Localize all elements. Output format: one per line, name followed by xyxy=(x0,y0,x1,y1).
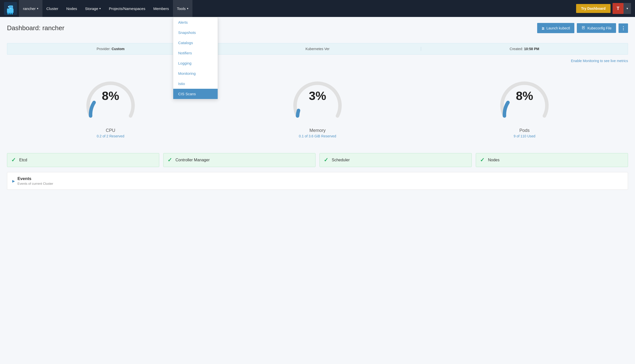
nav-projects[interactable]: Projects/Namespaces xyxy=(105,0,149,17)
memory-label: Memory xyxy=(309,128,325,133)
launch-kubectl-icon: ≥ xyxy=(542,26,544,31)
user-avatar[interactable]: T xyxy=(612,3,623,14)
pods-gauge: 8% Pods 9 of 110 Used xyxy=(421,71,628,138)
launch-kubectl-label: Launch kubectl xyxy=(546,26,570,30)
svg-rect-7 xyxy=(10,8,11,9)
memory-gauge-visual: 3% xyxy=(290,71,345,126)
enable-monitoring-link[interactable]: Enable Monitoring to see live metrics xyxy=(571,59,628,63)
etcd-label: Etcd xyxy=(19,158,27,162)
pods-gauge-visual: 8% xyxy=(497,71,552,126)
nav-tools-chevron: ▾ xyxy=(187,7,188,10)
events-title: Events xyxy=(18,176,53,181)
status-controller-manager: ✓ Controller Manager xyxy=(163,153,316,167)
svg-rect-1 xyxy=(7,8,14,13)
events-text: Events Events of current Cluster xyxy=(18,176,53,186)
dropdown-monitoring[interactable]: Monitoring xyxy=(173,68,218,78)
nav-tools[interactable]: Tools ▾ xyxy=(173,0,192,17)
nodes-check-icon: ✓ xyxy=(480,157,485,163)
nav-rancher-chevron: ▾ xyxy=(37,7,39,10)
kubeconfig-icon xyxy=(581,26,585,30)
status-etcd: ✓ Etcd xyxy=(7,153,159,167)
events-section: ▶ Events Events of current Cluster xyxy=(7,172,628,190)
pods-percent: 8% xyxy=(516,90,533,102)
page-title: Dashboard: rancher xyxy=(7,24,64,32)
svg-rect-9 xyxy=(10,12,11,14)
nodes-label: Nodes xyxy=(488,158,499,162)
scheduler-check-icon: ✓ xyxy=(324,157,328,163)
cpu-label: CPU xyxy=(106,128,115,133)
k8s-label: Kubernetes Ver xyxy=(306,47,330,51)
dropdown-notifiers[interactable]: Notifiers xyxy=(173,48,218,58)
nav-members[interactable]: Members xyxy=(149,0,173,17)
status-scheduler: ✓ Scheduler xyxy=(319,153,472,167)
svg-point-6 xyxy=(12,6,13,8)
provider-value: Custom xyxy=(112,47,125,51)
kubeconfig-label: Kubeconfig File xyxy=(587,26,611,30)
created-label: Created: xyxy=(510,47,524,51)
pods-sublabel: 9 of 110 Used xyxy=(514,134,535,138)
pods-center-text: 8% xyxy=(516,90,533,102)
try-dashboard-button[interactable]: Try Dashboard xyxy=(576,4,610,13)
scheduler-label: Scheduler xyxy=(332,158,350,162)
nav-cluster[interactable]: Cluster xyxy=(43,0,62,17)
memory-sublabel: 0.1 of 3.6 GiB Reserved xyxy=(299,134,336,138)
pods-label: Pods xyxy=(519,128,530,133)
svg-rect-3 xyxy=(8,6,10,8)
events-expand-icon: ▶ xyxy=(12,179,15,183)
nav-storage-chevron: ▾ xyxy=(99,7,101,10)
svg-point-5 xyxy=(10,6,11,8)
cpu-center-text: 8% xyxy=(102,90,119,102)
more-options-button[interactable]: ⋮ xyxy=(618,24,628,33)
nav-items: rancher ▾ Cluster Nodes Storage ▾ Projec… xyxy=(19,0,576,17)
page-content: Dashboard: rancher ≥ Launch kubectl Kube… xyxy=(0,17,635,196)
status-nodes: ✓ Nodes xyxy=(476,153,628,167)
status-row: ✓ Etcd ✓ Controller Manager ✓ Scheduler … xyxy=(7,153,628,167)
toolbar: ≥ Launch kubectl Kubeconfig File ⋮ xyxy=(537,23,628,33)
logo[interactable] xyxy=(4,2,17,15)
cluster-k8s-version: Kubernetes Ver xyxy=(214,47,421,51)
nav-cluster-label: Cluster xyxy=(46,6,58,11)
memory-center-text: 3% xyxy=(309,90,326,102)
nav-storage[interactable]: Storage ▾ xyxy=(81,0,105,17)
controller-check-icon: ✓ xyxy=(167,157,172,163)
dropdown-logging[interactable]: Logging xyxy=(173,58,218,68)
navbar: rancher ▾ Cluster Nodes Storage ▾ Projec… xyxy=(0,0,635,17)
etcd-check-icon: ✓ xyxy=(11,157,16,163)
events-subtitle: Events of current Cluster xyxy=(18,182,53,186)
nav-nodes[interactable]: Nodes xyxy=(62,0,81,17)
kubeconfig-button[interactable]: Kubeconfig File xyxy=(577,23,616,33)
cpu-percent: 8% xyxy=(102,90,119,102)
nav-storage-label: Storage xyxy=(85,6,98,11)
dropdown-catalogs[interactable]: Catalogs xyxy=(173,38,218,48)
nav-tools-container: Tools ▾ Alerts Snapshots Catalogs Notifi… xyxy=(173,0,192,17)
cpu-sublabel: 0.2 of 2 Reserved xyxy=(97,134,124,138)
nav-right: Try Dashboard T ▾ xyxy=(576,3,631,14)
controller-label: Controller Manager xyxy=(175,158,210,162)
events-header[interactable]: ▶ Events Events of current Cluster xyxy=(12,176,623,186)
memory-percent: 3% xyxy=(309,90,326,102)
nav-rancher[interactable]: rancher ▾ xyxy=(19,0,43,17)
dropdown-snapshots[interactable]: Snapshots xyxy=(173,28,218,38)
svg-rect-10 xyxy=(12,12,13,14)
nav-nodes-label: Nodes xyxy=(66,6,77,11)
monitoring-note: Enable Monitoring to see live metrics xyxy=(7,58,628,63)
page-title-name: rancher xyxy=(43,24,64,32)
svg-rect-8 xyxy=(8,12,9,14)
created-value: 10:58 PM xyxy=(524,47,539,51)
nav-rancher-label: rancher xyxy=(23,6,36,11)
cluster-created: Created: 10:58 PM xyxy=(421,47,628,51)
dropdown-cis-scans[interactable]: CIS Scans xyxy=(173,89,218,99)
memory-gauge: 3% Memory 0.1 of 3.6 GiB Reserved xyxy=(214,71,421,138)
cpu-gauge-visual: 8% xyxy=(83,71,138,126)
gauges-row: 8% CPU 0.2 of 2 Reserved 3% Memory 0.1 o… xyxy=(7,66,628,143)
cluster-info-bar: Provider: Custom Kubernetes Ver Created:… xyxy=(7,43,628,54)
nav-members-label: Members xyxy=(153,6,169,11)
user-menu-arrow[interactable]: ▾ xyxy=(623,3,631,14)
tools-dropdown: Alerts Snapshots Catalogs Notifiers Logg… xyxy=(173,17,218,99)
nav-tools-label: Tools xyxy=(177,6,186,11)
dropdown-istio[interactable]: Istio xyxy=(173,78,218,89)
launch-kubectl-button[interactable]: ≥ Launch kubectl xyxy=(537,23,574,33)
page-title-prefix: Dashboard: xyxy=(7,24,43,32)
dropdown-alerts[interactable]: Alerts xyxy=(173,17,218,28)
provider-label: Provider: xyxy=(97,47,112,51)
